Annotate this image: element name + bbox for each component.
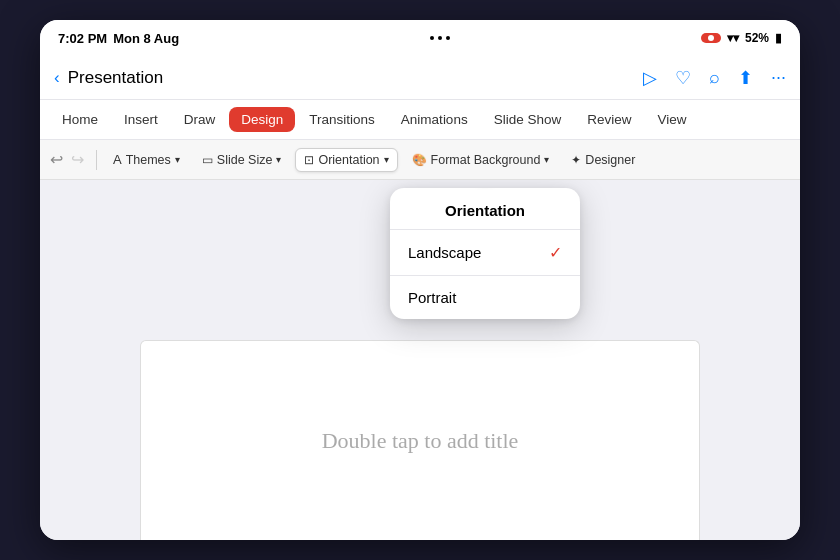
battery-icon: ▮ <box>775 31 782 45</box>
dot-2 <box>438 36 442 40</box>
slide-size-chevron-icon: ▾ <box>276 154 281 165</box>
date: Mon 8 Aug <box>113 31 179 46</box>
designer-label: Designer <box>585 153 635 167</box>
orientation-chevron-icon: ▾ <box>384 154 389 165</box>
tab-draw[interactable]: Draw <box>172 107 228 132</box>
tab-animations[interactable]: Animations <box>389 107 480 132</box>
landscape-option[interactable]: Landscape ✓ <box>390 230 580 275</box>
toolbar-sep-1 <box>96 150 97 170</box>
slide-container: Double tap to add title <box>140 340 700 540</box>
tab-insert[interactable]: Insert <box>112 107 170 132</box>
slide-size-icon: ▭ <box>202 153 213 167</box>
slide-size-label: Slide Size <box>217 153 273 167</box>
time: 7:02 PM <box>58 31 107 46</box>
tab-review[interactable]: Review <box>575 107 643 132</box>
format-background-label: Format Background <box>431 153 541 167</box>
portrait-option[interactable]: Portrait <box>390 276 580 319</box>
slide-size-button[interactable]: ▭ Slide Size ▾ <box>194 149 290 171</box>
toolbar: ↩ ↪ A Themes ▾ ▭ Slide Size ▾ ⊡ Orientat… <box>40 140 800 180</box>
dropdown-title: Orientation <box>390 188 580 229</box>
record-button <box>701 33 721 43</box>
battery-percent: 52% <box>745 31 769 45</box>
more-icon[interactable]: ··· <box>771 67 786 88</box>
dot-3 <box>446 36 450 40</box>
tab-design[interactable]: Design <box>229 107 295 132</box>
back-button[interactable]: ‹ <box>54 68 60 88</box>
tab-home[interactable]: Home <box>50 107 110 132</box>
back-chevron-icon: ‹ <box>54 68 60 88</box>
format-background-chevron-icon: ▾ <box>544 154 549 165</box>
lamp-icon[interactable]: ♡ <box>675 67 691 89</box>
status-bar: 7:02 PM Mon 8 Aug ▾▾ 52% ▮ <box>40 20 800 56</box>
tab-bar: Home Insert Draw Design Transitions Anim… <box>40 100 800 140</box>
share-icon[interactable]: ⬆ <box>738 67 753 89</box>
format-background-icon: 🎨 <box>412 153 427 167</box>
nav-bar: ‹ Presentation ▷ ♡ ⌕ ⬆ ··· <box>40 56 800 100</box>
themes-label: Themes <box>126 153 171 167</box>
tab-view[interactable]: View <box>645 107 698 132</box>
orientation-dropdown: Orientation Landscape ✓ Portrait <box>390 188 580 319</box>
status-bar-left: 7:02 PM Mon 8 Aug <box>58 31 179 46</box>
slide-title[interactable]: Double tap to add title <box>322 428 519 454</box>
tab-transitions[interactable]: Transitions <box>297 107 387 132</box>
designer-icon: ✦ <box>571 153 581 167</box>
status-bar-center <box>430 36 450 40</box>
search-icon[interactable]: ⌕ <box>709 67 720 88</box>
play-icon[interactable]: ▷ <box>643 67 657 89</box>
themes-button[interactable]: A Themes ▾ <box>105 148 188 171</box>
dot-1 <box>430 36 434 40</box>
redo-button[interactable]: ↪ <box>71 150 84 169</box>
device-frame: 7:02 PM Mon 8 Aug ▾▾ 52% ▮ ‹ Presentatio… <box>40 20 800 540</box>
themes-chevron-icon: ▾ <box>175 154 180 165</box>
nav-title: Presentation <box>68 68 163 88</box>
status-bar-right: ▾▾ 52% ▮ <box>701 31 782 45</box>
undo-button[interactable]: ↩ <box>50 150 63 169</box>
content-area: Orientation Landscape ✓ Portrait Double … <box>40 180 800 540</box>
format-background-button[interactable]: 🎨 Format Background ▾ <box>404 149 558 171</box>
themes-icon: A <box>113 152 122 167</box>
orientation-label: Orientation <box>318 153 379 167</box>
nav-right-icons: ▷ ♡ ⌕ ⬆ ··· <box>643 67 786 89</box>
tab-slideshow[interactable]: Slide Show <box>482 107 574 132</box>
designer-button[interactable]: ✦ Designer <box>563 149 643 171</box>
landscape-label: Landscape <box>408 244 481 261</box>
wifi-icon: ▾▾ <box>727 31 739 45</box>
landscape-check-icon: ✓ <box>549 243 562 262</box>
orientation-button[interactable]: ⊡ Orientation ▾ <box>295 148 397 172</box>
undo-redo-group: ↩ ↪ <box>50 150 84 169</box>
orientation-icon: ⊡ <box>304 153 314 167</box>
portrait-label: Portrait <box>408 289 456 306</box>
record-dot <box>708 35 714 41</box>
